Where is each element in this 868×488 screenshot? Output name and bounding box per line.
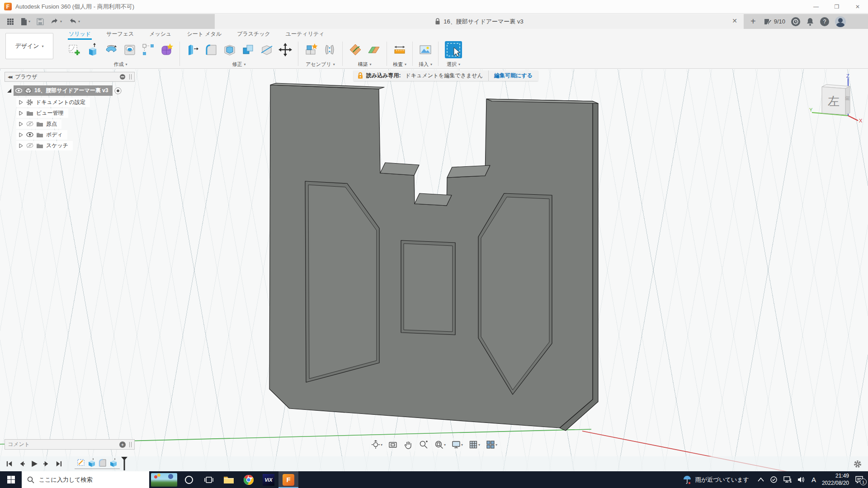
tab-utilities[interactable]: ユーティリティ: [285, 29, 326, 40]
ime-indicator[interactable]: A: [811, 476, 816, 483]
task-view-button[interactable]: [199, 471, 219, 488]
notification-bell-button[interactable]: [806, 17, 814, 26]
group-inspect-label[interactable]: 検査▾: [393, 61, 406, 68]
group-create-label[interactable]: 作成▾: [113, 61, 127, 68]
make-editable-button[interactable]: 編集可能にする: [488, 70, 538, 81]
expand-icon[interactable]: [18, 100, 24, 105]
visibility-eye-icon[interactable]: [15, 88, 22, 93]
onedrive-sync-icon[interactable]: [770, 476, 778, 483]
step-forward-button[interactable]: [43, 460, 51, 468]
cortana-button[interactable]: [179, 471, 199, 488]
play-button[interactable]: [30, 460, 38, 468]
display-settings-button[interactable]: ▾: [450, 439, 464, 450]
view-cube[interactable]: 左 前 Z Y X: [808, 74, 864, 124]
group-modify-label[interactable]: 修正▾: [232, 61, 245, 68]
look-at-button[interactable]: [387, 439, 399, 450]
split-body-button[interactable]: [258, 41, 275, 59]
activate-component-radio-icon[interactable]: [114, 87, 122, 94]
active-document-tab[interactable]: 16、腰部サイドアーマー裏 v3 ✕: [215, 14, 744, 29]
tab-solid[interactable]: ソリッド: [68, 29, 92, 40]
go-to-start-button[interactable]: [5, 460, 13, 468]
viewports-button[interactable]: ▾: [484, 439, 499, 450]
offset-plane-button[interactable]: [365, 41, 382, 59]
file-menu-button[interactable]: ▾: [18, 16, 33, 28]
move-button[interactable]: [277, 41, 294, 59]
timeline-settings-gear-icon[interactable]: [854, 460, 862, 468]
sketch-feature[interactable]: [76, 458, 85, 468]
restore-button[interactable]: ❐: [826, 0, 847, 13]
browser-header[interactable]: ◀◀ ブラウザ: [5, 72, 135, 82]
shell-button[interactable]: [221, 41, 238, 59]
comment-bar[interactable]: コメント +: [5, 439, 135, 450]
redo-button[interactable]: ▾: [66, 16, 82, 28]
select-button[interactable]: [443, 40, 464, 60]
model-body[interactable]: [269, 83, 598, 431]
taskbar-clock[interactable]: 21:49 2022/08/20: [822, 473, 849, 487]
add-comment-icon[interactable]: +: [119, 441, 126, 448]
job-status-button[interactable]: 9/10: [764, 18, 785, 25]
workspace-switcher[interactable]: デザイン ▾: [5, 33, 53, 59]
collapse-panel-icon[interactable]: ◀◀: [8, 75, 11, 79]
volume-icon[interactable]: [797, 476, 806, 483]
timeline-position-marker[interactable]: [121, 457, 128, 470]
news-widget-button[interactable]: [149, 471, 179, 488]
panel-resize-grip[interactable]: [129, 442, 132, 447]
create-sketch-button[interactable]: [66, 41, 83, 59]
browser-root-row[interactable]: 16、腰部サイドアーマー裏 v3: [6, 85, 140, 96]
browser-item-named-views[interactable]: ビュー管理: [6, 108, 140, 117]
press-pull-button[interactable]: [184, 41, 201, 59]
hole-button[interactable]: [121, 41, 138, 59]
pan-button[interactable]: [402, 439, 415, 450]
browser-item-document-settings[interactable]: ドキュメントの設定: [6, 98, 140, 107]
minimize-button[interactable]: —: [806, 0, 826, 13]
grid-settings-button[interactable]: ▾: [467, 439, 481, 450]
expand-collapse-icon[interactable]: [6, 88, 12, 93]
new-tab-button[interactable]: +: [748, 16, 758, 28]
visibility-eye-icon[interactable]: [26, 132, 33, 137]
undo-button[interactable]: ▾: [48, 16, 64, 28]
zoom-button[interactable]: [417, 439, 430, 450]
network-icon[interactable]: [783, 476, 792, 483]
taskbar-search-input[interactable]: ここに入力して検索: [22, 471, 149, 488]
pattern-button[interactable]: [140, 41, 157, 59]
fillet-button[interactable]: [203, 41, 220, 59]
minimize-panel-icon[interactable]: [119, 74, 126, 80]
measure-button[interactable]: [391, 41, 408, 59]
new-component-button[interactable]: [302, 41, 320, 59]
show-hidden-icons-button[interactable]: [758, 478, 764, 482]
create-form-button[interactable]: [158, 41, 175, 59]
tab-plastic[interactable]: プラスチック: [236, 29, 271, 40]
close-button[interactable]: ✕: [847, 0, 868, 13]
expand-icon[interactable]: [18, 143, 24, 148]
fusion-360-taskbar-button[interactable]: F: [278, 471, 298, 488]
orbit-button[interactable]: ▾: [369, 439, 384, 450]
group-construct-label[interactable]: 構築▾: [358, 61, 371, 68]
extrude-feature[interactable]: [87, 458, 96, 468]
panel-resize-grip[interactable]: [129, 74, 132, 80]
expand-icon[interactable]: [18, 132, 24, 137]
action-center-button[interactable]: 1: [855, 476, 863, 483]
revolve-button[interactable]: [103, 41, 120, 59]
construction-plane-button[interactable]: [347, 41, 364, 59]
visibility-off-icon[interactable]: [26, 143, 33, 148]
start-button[interactable]: [0, 471, 22, 488]
combine-button[interactable]: [240, 41, 257, 59]
group-assemble-label[interactable]: アセンブリ▾: [306, 61, 335, 68]
save-button[interactable]: [34, 16, 46, 28]
step-back-button[interactable]: [18, 460, 25, 468]
group-select-label[interactable]: 選択▾: [447, 61, 460, 68]
file-explorer-button[interactable]: [219, 471, 239, 488]
go-to-end-button[interactable]: [55, 460, 63, 468]
extrude-feature[interactable]: [109, 458, 118, 468]
expand-icon[interactable]: [18, 111, 24, 116]
browser-item-bodies[interactable]: ボディ: [6, 130, 140, 139]
3d-viewport[interactable]: ◀◀ ブラウザ 16、腰部サイドアーマー裏 v3: [0, 69, 868, 471]
visibility-off-icon[interactable]: [26, 121, 33, 127]
vix-button[interactable]: ViX: [259, 471, 278, 488]
joint-button[interactable]: [321, 41, 338, 59]
fillet-feature[interactable]: [98, 458, 107, 468]
tab-close-button[interactable]: ✕: [732, 17, 737, 24]
browser-item-origin[interactable]: 原点: [6, 119, 140, 128]
chrome-button[interactable]: [239, 471, 259, 488]
tab-mesh[interactable]: メッシュ: [148, 29, 172, 40]
